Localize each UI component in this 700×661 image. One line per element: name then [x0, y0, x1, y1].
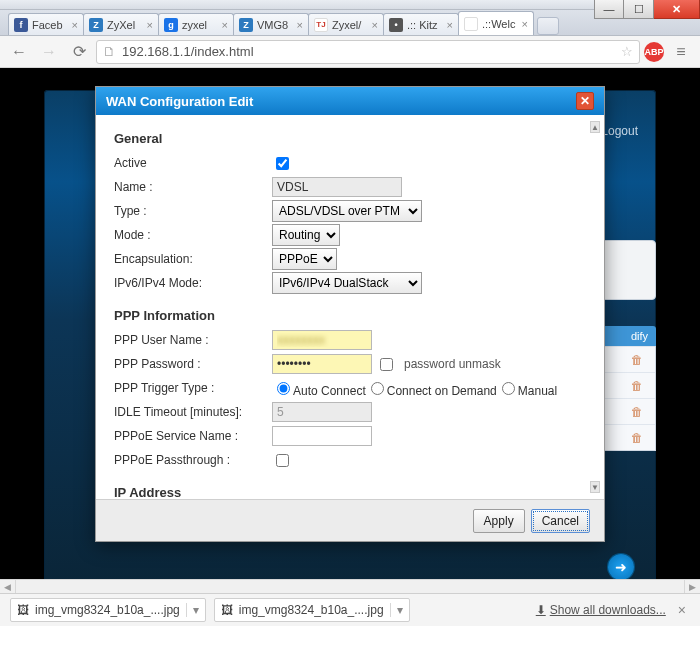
forward-button[interactable]: →	[36, 39, 62, 65]
mode-select[interactable]: Routing	[272, 224, 340, 246]
idle-input[interactable]	[272, 402, 372, 422]
dialog-scrollbar[interactable]: ▲ ▼	[590, 121, 600, 493]
horizontal-scrollbar[interactable]: ◀▶	[0, 579, 700, 593]
label-idle: IDLE Timeout [minutes]:	[114, 405, 272, 419]
label-ppp-user: PPP User Name :	[114, 333, 272, 347]
tab-close-icon[interactable]: ×	[147, 19, 153, 31]
tab-label: ZyXel	[107, 19, 135, 31]
download-menu-icon[interactable]: ▾	[390, 603, 403, 617]
section-ppp: PPP Information	[114, 308, 586, 323]
browser-tab[interactable]: TJZyxel/×	[308, 13, 384, 35]
type-select[interactable]: ADSL/VDSL over PTM	[272, 200, 422, 222]
label-active: Active	[114, 156, 272, 170]
next-arrow-button[interactable]: ➜	[608, 554, 634, 580]
label-trigger: PPP Trigger Type :	[114, 381, 272, 395]
ipmode-select[interactable]: IPv6/IPv4 DualStack	[272, 272, 422, 294]
tab-close-icon[interactable]: ×	[72, 19, 78, 31]
reload-button[interactable]: ⟳	[66, 39, 92, 65]
tab-label: .:: Kitz	[407, 19, 438, 31]
window-maximize-button[interactable]: ☐	[624, 0, 654, 19]
wan-config-dialog: WAN Configuration Edit ✕ ▲ ▼ General Act…	[95, 86, 605, 542]
download-filename: img_vmg8324_b10a_....jpg	[239, 603, 384, 617]
adblock-icon[interactable]: ABP	[644, 42, 664, 62]
address-bar[interactable]: 🗋 192.168.1.1/index.html ☆	[96, 40, 640, 64]
trigger-demand[interactable]: Connect on Demand	[366, 379, 497, 398]
trash-icon[interactable]: 🗑	[631, 431, 645, 445]
scroll-down-icon[interactable]: ▼	[590, 481, 600, 493]
dialog-title: WAN Configuration Edit	[106, 94, 253, 109]
ppp-pass-input[interactable]	[272, 354, 372, 374]
browser-tab[interactable]: fFaceb×	[8, 13, 84, 35]
side-table-row: 🗑	[599, 424, 655, 450]
tab-close-icon[interactable]: ×	[447, 19, 453, 31]
name-input[interactable]	[272, 177, 402, 197]
browser-tab[interactable]: gzyxel×	[158, 13, 234, 35]
tab-close-icon[interactable]: ×	[372, 19, 378, 31]
unmask-label: password unmask	[404, 357, 501, 371]
browser-tab[interactable]: ZZyXel×	[83, 13, 159, 35]
show-all-downloads-link[interactable]: ⬇ Show all downloads...	[536, 603, 666, 617]
browser-tab-active[interactable]: .::Welc×	[458, 11, 534, 35]
trash-icon[interactable]: 🗑	[631, 405, 645, 419]
scroll-left-icon[interactable]: ◀	[0, 580, 16, 593]
encap-select[interactable]: PPPoE	[272, 248, 337, 270]
new-tab-button[interactable]	[537, 17, 559, 35]
ppp-user-input[interactable]	[272, 330, 372, 350]
trigger-manual-label: Manual	[518, 384, 557, 398]
side-table-row: 🗑	[599, 346, 655, 372]
apply-button[interactable]: Apply	[473, 509, 525, 533]
tab-label: Faceb	[32, 19, 63, 31]
unmask-checkbox[interactable]	[380, 358, 393, 371]
bookmark-icon[interactable]: ☆	[621, 44, 633, 59]
logout-label: Logout	[601, 124, 638, 138]
section-general: General	[114, 131, 586, 146]
side-table-row: 🗑	[599, 372, 655, 398]
trigger-manual[interactable]: Manual	[497, 379, 557, 398]
label-ipmode: IPv6/IPv4 Mode:	[114, 276, 272, 290]
menu-button[interactable]: ≡	[668, 39, 694, 65]
label-mode: Mode :	[114, 228, 272, 242]
download-item[interactable]: 🖼 img_vmg8324_b10a_....jpg ▾	[214, 598, 410, 622]
trigger-auto-radio[interactable]	[277, 382, 290, 395]
side-table: 🗑 🗑 🗑 🗑	[598, 346, 656, 451]
service-name-input[interactable]	[272, 426, 372, 446]
dialog-close-button[interactable]: ✕	[576, 92, 594, 110]
download-filename: img_vmg8324_b10a_....jpg	[35, 603, 180, 617]
label-ppp-pass: PPP Password :	[114, 357, 272, 371]
download-arrow-icon: ⬇	[536, 603, 546, 617]
trash-icon[interactable]: 🗑	[631, 379, 645, 393]
download-item[interactable]: 🖼 img_vmg8324_b10a_....jpg ▾	[10, 598, 206, 622]
active-checkbox[interactable]	[276, 157, 289, 170]
browser-tab[interactable]: •.:: Kitz×	[383, 13, 459, 35]
scroll-up-icon[interactable]: ▲	[590, 121, 600, 133]
passthrough-checkbox[interactable]	[276, 454, 289, 467]
dialog-header: WAN Configuration Edit ✕	[96, 87, 604, 115]
window-titlebar: — ☐ ✕	[0, 0, 700, 10]
label-encap: Encapsulation:	[114, 252, 272, 266]
trigger-demand-radio[interactable]	[371, 382, 384, 395]
side-header-text: dify	[631, 330, 648, 342]
tab-close-icon[interactable]: ×	[222, 19, 228, 31]
scroll-right-icon[interactable]: ▶	[684, 580, 700, 593]
tab-label: Zyxel/	[332, 19, 361, 31]
cancel-button[interactable]: Cancel	[531, 509, 590, 533]
tab-label: zyxel	[182, 19, 207, 31]
tab-close-icon[interactable]: ×	[297, 19, 303, 31]
dialog-footer: Apply Cancel	[96, 499, 604, 541]
label-type: Type :	[114, 204, 272, 218]
dialog-body: ▲ ▼ General Active Name : Type : ADSL/VD…	[96, 115, 604, 499]
downloads-close-button[interactable]: ×	[674, 602, 690, 618]
side-table-header: dify	[598, 326, 656, 346]
back-button[interactable]: ←	[6, 39, 32, 65]
trash-icon[interactable]: 🗑	[631, 353, 645, 367]
trigger-manual-radio[interactable]	[502, 382, 515, 395]
download-menu-icon[interactable]: ▾	[186, 603, 199, 617]
section-ip: IP Address	[114, 485, 586, 499]
browser-tab[interactable]: ZVMG8×	[233, 13, 309, 35]
window-minimize-button[interactable]: —	[594, 0, 624, 19]
window-close-button[interactable]: ✕	[654, 0, 700, 19]
trigger-auto[interactable]: Auto Connect	[272, 379, 366, 398]
side-panel-card	[598, 240, 656, 300]
tab-close-icon[interactable]: ×	[522, 18, 528, 30]
label-name: Name :	[114, 180, 272, 194]
